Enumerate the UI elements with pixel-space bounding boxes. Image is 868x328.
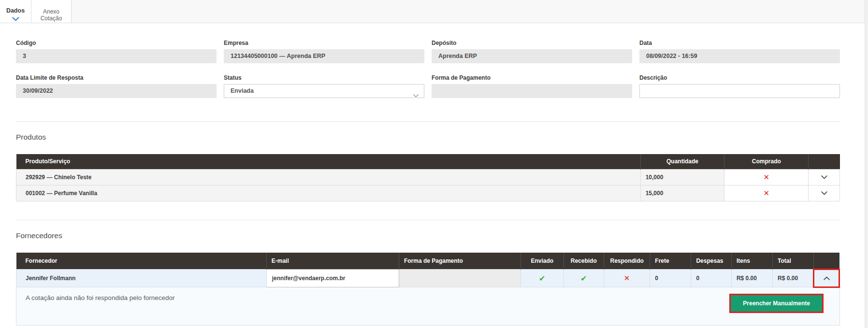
field-data-limite: Data Limite de Resposta 30/09/2022 <box>16 74 217 98</box>
table-row: 001002 — Perfume Vanilla 15,000 ✕ <box>16 185 840 201</box>
purchased-status: ✕ <box>724 185 809 201</box>
product-name: 292929 — Chinelo Teste <box>16 169 641 185</box>
col-actions <box>809 154 840 169</box>
table-row: 292929 — Chinelo Teste 10,000 ✕ <box>16 169 840 185</box>
codigo-label: Código <box>16 40 217 46</box>
supplier-email-field[interactable]: jennifer@vendaerp.com.br <box>266 270 399 287</box>
col-despesas: Despesas <box>691 253 731 270</box>
col-frete: Frete <box>650 253 691 270</box>
col-actions <box>814 253 839 270</box>
field-deposito: Depósito Aprenda ERP <box>432 40 632 63</box>
codigo-input: 3 <box>16 49 217 63</box>
sent-status: ✔ <box>521 270 564 287</box>
chevron-down-icon <box>0 16 31 23</box>
supplier-items-total: R$ 0.00 <box>731 270 772 287</box>
expand-product-button[interactable] <box>809 169 840 185</box>
col-forma-pagamento: Forma de Pagamento <box>399 253 521 270</box>
suppliers-header-row: Fornecedor E-mail Forma de Pagamento Env… <box>16 253 839 270</box>
supplier-name: Jennifer Follmann <box>16 270 267 287</box>
chevron-down-icon <box>821 190 827 197</box>
data-label: Data <box>639 40 840 46</box>
field-descricao: Descrição <box>639 74 840 98</box>
suppliers-table: Fornecedor E-mail Forma de Pagamento Env… <box>16 253 840 288</box>
data-input: 08/09/2022 - 16:59 <box>639 49 840 63</box>
col-email: E-mail <box>266 253 399 270</box>
purchased-status: ✕ <box>724 169 809 185</box>
supplier-expenses: 0 <box>691 270 731 287</box>
status-label: Status <box>224 74 424 81</box>
fill-manually-button[interactable]: Preencher Manualmente <box>729 294 824 313</box>
check-icon: ✔ <box>580 274 587 283</box>
tab-anexo-label: Anexo Cotação <box>41 8 62 22</box>
empresa-label: Empresa <box>224 40 424 46</box>
suppliers-section-title: Fornecedores <box>16 231 840 240</box>
product-name: 001002 — Perfume Vanilla <box>16 185 641 201</box>
field-codigo: Código 3 <box>16 40 217 63</box>
col-quantidade: Quantidade <box>640 154 724 169</box>
col-produto-servico: Produto/Serviço <box>16 154 641 169</box>
tab-anexo-cotacao[interactable]: Anexo Cotação <box>31 0 72 23</box>
field-forma-pagamento: Forma de Pagamento <box>432 74 632 98</box>
col-comprado: Comprado <box>724 154 809 169</box>
received-status: ✔ <box>564 270 604 287</box>
chevron-down-icon <box>413 89 419 102</box>
col-total: Total <box>773 253 814 270</box>
field-data: Data 08/09/2022 - 16:59 <box>639 40 840 63</box>
check-icon: ✔ <box>539 274 545 283</box>
deposito-input: Aprenda ERP <box>432 49 632 63</box>
forma-pagamento-label: Forma de Pagamento <box>432 74 632 81</box>
tab-dados-label: Dados <box>6 7 25 14</box>
status-select[interactable]: Enviada <box>224 84 424 98</box>
col-itens: Itens <box>731 253 772 270</box>
tab-dados[interactable]: Dados <box>0 0 31 23</box>
cross-icon: ✕ <box>764 189 770 197</box>
product-quantity: 15,000 <box>640 185 724 201</box>
table-row: Jennifer Follmann jennifer@vendaerp.com.… <box>16 270 839 287</box>
tab-bar: Dados Anexo Cotação <box>0 0 868 23</box>
col-recebido: Recebido <box>564 253 604 270</box>
not-answered-message: A cotação ainda não foi respondida pelo … <box>26 294 174 301</box>
collapse-supplier-button[interactable] <box>814 270 839 287</box>
quotation-form: Código 3 Empresa 12134405000100 — Aprend… <box>16 40 840 98</box>
product-quantity: 10,000 <box>640 169 724 185</box>
chevron-down-icon <box>821 174 827 181</box>
supplier-expanded-panel: A cotação ainda não foi respondida pelo … <box>16 288 840 326</box>
field-status: Status Enviada <box>224 74 424 98</box>
col-fornecedor: Fornecedor <box>16 253 267 270</box>
vertical-scrollbar[interactable] <box>865 0 868 328</box>
forma-pagamento-input <box>432 84 632 98</box>
descricao-label: Descrição <box>639 74 840 81</box>
data-limite-label: Data Limite de Resposta <box>16 74 217 81</box>
cross-icon: ✕ <box>624 274 630 282</box>
deposito-label: Depósito <box>432 40 632 46</box>
cross-icon: ✕ <box>764 173 770 181</box>
answered-status: ✕ <box>604 270 650 287</box>
products-table: Produto/Serviço Quantidade Comprado 2929… <box>16 154 840 201</box>
expand-product-button[interactable] <box>809 185 840 201</box>
field-empresa: Empresa 12134405000100 — Aprenda ERP <box>224 40 424 63</box>
supplier-freight: 0 <box>650 270 691 287</box>
col-enviado: Enviado <box>521 253 564 270</box>
chevron-up-icon <box>824 275 830 282</box>
supplier-total: R$ 0.00 <box>773 270 814 287</box>
supplier-payment-field <box>399 270 521 287</box>
data-limite-input: 30/09/2022 <box>16 84 217 98</box>
col-respondido: Respondido <box>604 253 650 270</box>
section-divider <box>16 121 840 122</box>
empresa-input: 12134405000100 — Aprenda ERP <box>224 49 424 63</box>
products-header-row: Produto/Serviço Quantidade Comprado <box>16 154 840 169</box>
section-divider <box>16 220 840 220</box>
products-section-title: Produtos <box>16 133 840 142</box>
descricao-input[interactable] <box>639 84 840 98</box>
status-selected-value: Enviada <box>231 87 254 94</box>
